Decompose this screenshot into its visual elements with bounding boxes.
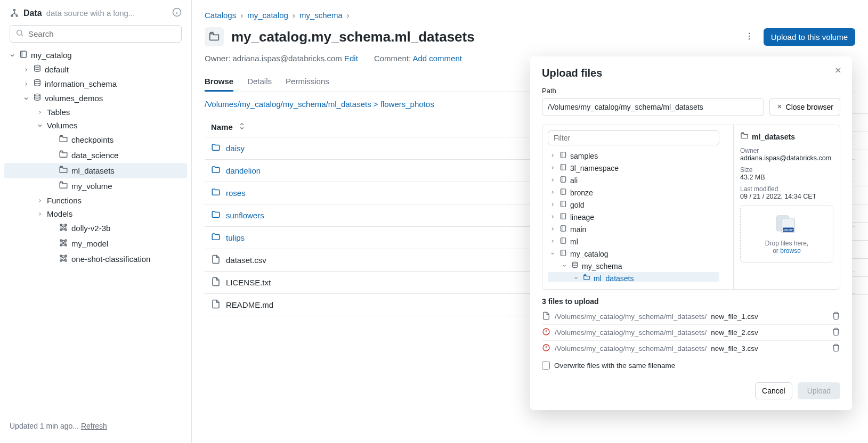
browse-link[interactable]: browse [780, 247, 801, 255]
trash-icon[interactable] [832, 311, 840, 322]
node-label: main [570, 225, 586, 234]
tree-volume[interactable]: my_volume [4, 178, 187, 194]
tree-volume[interactable]: ml_datasets [4, 163, 187, 178]
queue-filename: new_file_1.csv [711, 313, 758, 321]
col-name: Name [211, 122, 233, 132]
search-field[interactable] [28, 29, 176, 38]
node-label: 3l_namespace [570, 164, 619, 173]
path-browser: samples3l_namespacealibronzegoldlineagem… [542, 125, 840, 290]
info-icon[interactable] [172, 7, 182, 19]
tab-browse[interactable]: Browse [205, 72, 233, 92]
comment-label: Comment: [374, 54, 413, 63]
refresh-link[interactable]: Refresh [81, 422, 107, 430]
trash-icon[interactable] [832, 327, 840, 338]
svg-point-4 [17, 30, 22, 35]
folder-icon [211, 232, 221, 243]
main: Catalogs › my_catalog › my_schema › my_c… [192, 0, 868, 443]
tree-model[interactable]: dolly-v2-3b [4, 220, 187, 236]
node-label: gold [570, 201, 584, 209]
volume-icon [59, 165, 68, 176]
tree-group-functions[interactable]: Functions [4, 194, 187, 207]
browser-tree-item[interactable]: ml_datasets [548, 272, 719, 282]
svg-point-11 [60, 229, 62, 231]
chevron-icon [550, 190, 556, 196]
node-label: ml [570, 237, 578, 246]
row-name: dandelion [226, 166, 261, 175]
chevron-icon [550, 153, 556, 159]
tree-volume[interactable]: data_science [4, 147, 187, 163]
node-label: my_catalog [570, 250, 609, 258]
svg-rect-29 [561, 214, 565, 219]
svg-point-0 [14, 9, 15, 11]
tree-schema[interactable]: default [4, 62, 187, 77]
row-name: LICENSE.txt [226, 278, 271, 287]
svg-point-17 [60, 255, 62, 257]
tree-schema[interactable]: volumes_demos [4, 91, 187, 105]
tree-volume[interactable]: checkpoints [4, 132, 187, 147]
dropzone[interactable]: LIBRARY Drop files here, or browse [740, 206, 833, 262]
trash-icon[interactable] [832, 343, 840, 354]
upload-to-volume-button[interactable]: Upload to this volume [764, 28, 855, 46]
upload-button[interactable]: Upload [798, 382, 840, 399]
tree-group-tables[interactable]: Tables [4, 105, 187, 119]
sidebar-footer: Updated 1 min ago... Refresh [0, 416, 191, 436]
volume-icon [205, 27, 224, 46]
close-icon[interactable] [834, 66, 842, 76]
kebab-icon[interactable] [744, 31, 754, 43]
tree-model[interactable]: my_model [4, 236, 187, 251]
chevron-icon [573, 275, 580, 282]
filter-input[interactable] [548, 130, 719, 145]
overwrite-checkbox[interactable]: Overwrite files with the same filename [542, 362, 840, 370]
tab-permissions[interactable]: Permissions [286, 72, 329, 92]
close-browser-button[interactable]: Close browser [769, 98, 840, 116]
tree-model[interactable]: one-shot-classification [4, 251, 187, 267]
chevron-down-icon [9, 52, 16, 59]
svg-rect-30 [561, 226, 565, 232]
folder-icon [211, 187, 221, 199]
breadcrumb-item[interactable]: my_catalog [247, 11, 288, 20]
owner-value: adriana.ispas@databricks.com [233, 54, 342, 63]
browser-tree-item[interactable]: ml [548, 235, 719, 248]
svg-point-18 [65, 255, 67, 257]
breadcrumb-item[interactable]: Catalogs [205, 11, 236, 20]
browser-tree-item[interactable]: 3l_namespace [548, 162, 719, 174]
node-icon [559, 188, 567, 197]
model-icon [59, 253, 68, 265]
browser-tree-item[interactable]: main [548, 223, 719, 235]
overwrite-input[interactable] [542, 362, 550, 370]
modal-footer: Cancel Upload [542, 382, 840, 399]
breadcrumb-item[interactable]: my_schema [299, 11, 343, 20]
tree-label: Volumes [47, 121, 78, 130]
tree-schema[interactable]: information_schema [4, 77, 187, 91]
hierarchy-icon [10, 9, 19, 18]
tree-label: information_schema [45, 79, 117, 88]
sidebar-title: Data [23, 9, 42, 18]
browser-tree-item[interactable]: my_catalog [548, 248, 719, 260]
add-comment-link[interactable]: Add comment [412, 54, 462, 63]
tree-label: my_model [71, 239, 108, 248]
schema-icon [33, 64, 42, 75]
tree-group-volumes[interactable]: Volumes [4, 119, 187, 132]
titlebar: my_catalog.my_schema.ml_datasets Upload … [205, 27, 855, 46]
drop-text: Drop files here, or browse [745, 240, 829, 255]
path-input[interactable] [542, 98, 764, 116]
search-input[interactable] [10, 25, 182, 43]
browser-tree-item[interactable]: bronze [548, 186, 719, 199]
tab-details[interactable]: Details [247, 72, 272, 92]
tree-label: dolly-v2-3b [71, 224, 110, 233]
comment: Comment: Add comment [374, 54, 462, 63]
tree-group-models[interactable]: Models [4, 207, 187, 220]
row-name: roses [226, 188, 246, 198]
cancel-button[interactable]: Cancel [755, 382, 792, 399]
browser-tree-item[interactable]: lineage [548, 211, 719, 223]
browser-tree-item[interactable]: ali [548, 174, 719, 186]
row-name: sunflowers [226, 211, 264, 220]
browser-tree-item[interactable]: samples [548, 150, 719, 162]
browser-tree-item[interactable]: my_schema [548, 260, 719, 272]
svg-rect-28 [561, 201, 565, 207]
tree-label: data_science [71, 151, 118, 160]
sort-icon[interactable] [238, 122, 246, 132]
browser-tree-item[interactable]: gold [548, 199, 719, 211]
tree-catalog[interactable]: my_catalog [4, 48, 187, 62]
edit-owner-link[interactable]: Edit [344, 54, 358, 63]
